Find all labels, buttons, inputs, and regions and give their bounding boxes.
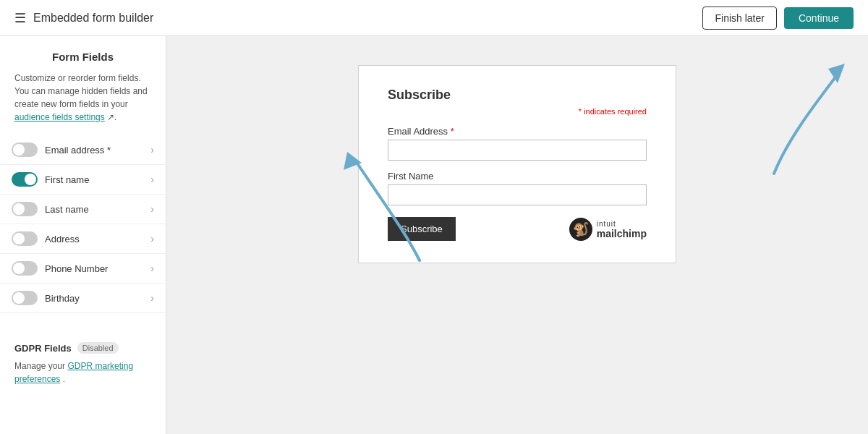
- first-name-field-group: First Name: [388, 171, 647, 205]
- field-left-last-name: Last name: [12, 202, 89, 216]
- gdpr-title: GDPR Fields: [14, 343, 72, 354]
- required-star: *: [579, 107, 582, 116]
- field-row-birthday[interactable]: Birthday ›: [0, 284, 166, 313]
- header-left: ☰ Embedded form builder: [14, 10, 153, 26]
- subscribe-row: Subscribe 🐒 intuit mailchimp: [388, 217, 647, 241]
- audience-fields-icon: ↗: [105, 112, 114, 122]
- toggle-email[interactable]: [12, 142, 38, 157]
- sidebar: Form Fields Customize or reorder form fi…: [0, 36, 166, 434]
- gdpr-header: GDPR Fields Disabled: [14, 342, 151, 354]
- field-row-email[interactable]: Email address * ›: [0, 135, 166, 165]
- menu-icon: ☰: [14, 10, 26, 26]
- content-area: Subscribe * indicates required Email Add…: [166, 36, 868, 434]
- mailchimp-logo: 🐒 intuit mailchimp: [569, 218, 647, 241]
- email-address-label: Email Address *: [388, 126, 647, 137]
- toggle-phone[interactable]: [12, 261, 38, 276]
- finish-later-button[interactable]: Finish later: [702, 7, 776, 30]
- field-row-first-name[interactable]: First name ›: [0, 165, 166, 195]
- gdpr-description: Manage your GDPR marketing preferences .: [14, 359, 151, 386]
- toggle-birthday-slider: [12, 291, 38, 305]
- chevron-right-icon-last-name: ›: [150, 203, 154, 215]
- sidebar-desc-text2: .: [114, 112, 116, 122]
- email-address-input[interactable]: [388, 140, 647, 161]
- toggle-email-slider: [12, 142, 38, 157]
- field-label-birthday: Birthday: [45, 293, 80, 304]
- main-layout: Form Fields Customize or reorder form fi…: [0, 36, 868, 434]
- toggle-last-name-slider: [12, 202, 38, 216]
- required-note-text: indicates required: [584, 107, 647, 116]
- toggle-birthday[interactable]: [12, 291, 38, 305]
- mailchimp-icon: 🐒: [569, 218, 592, 241]
- field-label-address: Address: [45, 234, 80, 244]
- intuit-text: intuit: [597, 220, 616, 228]
- field-left-address: Address: [12, 231, 80, 246]
- sidebar-desc-text1: Customize or reorder form fields. You ca…: [14, 73, 148, 109]
- sidebar-description: Customize or reorder form fields. You ca…: [0, 72, 166, 135]
- field-left-phone: Phone Number: [12, 261, 108, 276]
- field-left-birthday: Birthday: [12, 291, 80, 305]
- first-name-input[interactable]: [388, 184, 647, 205]
- email-required-star: *: [451, 126, 454, 137]
- toggle-address-slider: [12, 231, 38, 246]
- subscribe-card: Subscribe * indicates required Email Add…: [358, 65, 676, 263]
- first-name-label: First Name: [388, 171, 647, 182]
- chevron-right-icon-birthday: ›: [150, 292, 154, 304]
- toggle-phone-slider: [12, 261, 38, 276]
- toggle-address[interactable]: [12, 231, 38, 246]
- app-title: Embedded form builder: [33, 12, 153, 25]
- field-left-first-name: First name: [12, 172, 89, 187]
- chevron-right-icon-address: ›: [150, 233, 154, 244]
- toggle-last-name[interactable]: [12, 202, 38, 216]
- field-row-last-name[interactable]: Last name ›: [0, 195, 166, 224]
- gdpr-desc-text1: Manage your: [14, 361, 67, 371]
- chevron-right-icon-email: ›: [150, 144, 154, 156]
- field-row-phone[interactable]: Phone Number ›: [0, 254, 166, 284]
- mailchimp-brand-text: intuit mailchimp: [597, 218, 647, 240]
- mailchimp-brand: intuit mailchimp: [597, 218, 647, 240]
- gdpr-badge: Disabled: [77, 342, 119, 354]
- gdpr-section: GDPR Fields Disabled Manage your GDPR ma…: [0, 328, 166, 386]
- audience-fields-link[interactable]: audience fields settings: [14, 112, 105, 122]
- gdpr-desc-text2: .: [60, 374, 65, 384]
- sidebar-title: Form Fields: [0, 51, 166, 72]
- field-left-email: Email address *: [12, 142, 111, 157]
- field-label-last-name: Last name: [45, 204, 89, 215]
- arrow-right-annotation: [760, 58, 846, 190]
- header-right: Finish later Continue: [702, 7, 854, 30]
- svg-marker-1: [828, 64, 845, 83]
- chevron-right-icon-first-name: ›: [150, 174, 154, 185]
- mailchimp-name: mailchimp: [597, 228, 647, 239]
- field-label-phone: Phone Number: [45, 263, 108, 274]
- continue-button[interactable]: Continue: [784, 7, 854, 29]
- header: ☰ Embedded form builder Finish later Con…: [0, 0, 868, 36]
- subscribe-button[interactable]: Subscribe: [388, 217, 456, 241]
- field-row-address[interactable]: Address ›: [0, 224, 166, 254]
- email-field-group: Email Address *: [388, 126, 647, 161]
- field-label-first-name: First name: [45, 174, 89, 185]
- field-label-email: Email address *: [45, 145, 111, 156]
- required-note: * indicates required: [388, 107, 647, 116]
- toggle-first-name-slider: [12, 172, 38, 187]
- chevron-right-icon-phone: ›: [150, 263, 154, 274]
- toggle-first-name[interactable]: [12, 172, 38, 187]
- subscribe-title: Subscribe: [388, 88, 647, 103]
